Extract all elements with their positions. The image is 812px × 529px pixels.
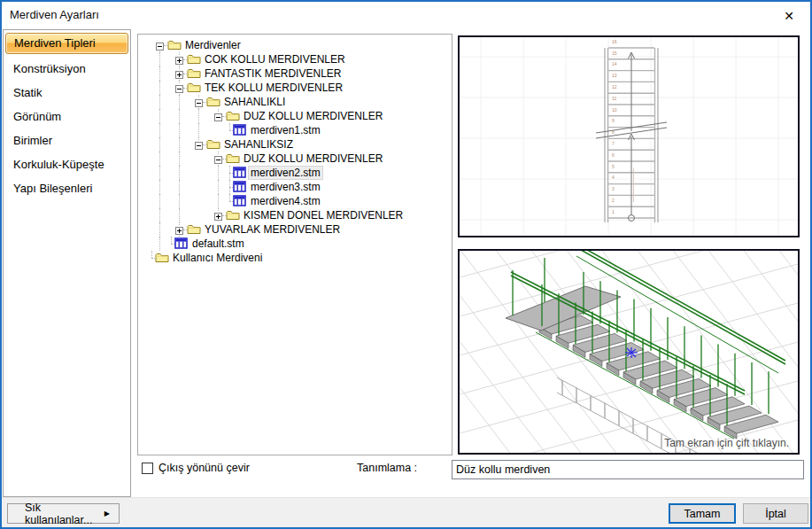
tree-row[interactable]: Merdivenler	[138, 38, 452, 52]
tree-guide-line	[218, 194, 219, 208]
model-preview-panel[interactable]: Tam ekran için çift tıklayın.	[458, 249, 800, 455]
tree-guide-line	[159, 52, 160, 66]
close-icon[interactable]: ✕	[777, 6, 800, 26]
tree-guide-line	[179, 180, 180, 194]
reverse-exit-checkbox[interactable]	[142, 463, 153, 474]
stair-file-icon	[174, 237, 188, 252]
tree-guide-line	[179, 194, 180, 208]
reverse-exit-label: Çıkış yönünü çevir	[159, 462, 250, 474]
arrow-right-icon: ▶	[104, 510, 110, 517]
svg-text:3: 3	[612, 186, 615, 191]
sidebar-item-statik[interactable]: Statik	[4, 81, 130, 105]
model-preview-drawing	[460, 251, 798, 453]
tree-row[interactable]: YUVARLAK MERDIVENLER	[138, 222, 452, 237]
favorites-button[interactable]: Sık kullanılanlar... ▶	[7, 503, 120, 524]
collapse-icon[interactable]	[156, 41, 164, 49]
tree-item-label[interactable]: merdiven3.stm	[249, 181, 322, 193]
tree-guide-line	[159, 222, 160, 237]
cancel-button[interactable]: İptal	[743, 503, 808, 524]
tree-guide-line	[218, 166, 219, 180]
stair-file-icon	[233, 195, 246, 209]
tree-row[interactable]: Kullanıcı Merdiveni	[138, 251, 452, 265]
tree-item-label[interactable]: COK KOLLU MERDIVENLER	[203, 53, 347, 66]
tree-row[interactable]: DUZ KOLLU MERDIVENLER	[138, 109, 452, 123]
ok-button[interactable]: Tamam	[669, 503, 736, 524]
collapse-icon[interactable]	[195, 140, 203, 148]
svg-text:16: 16	[612, 39, 617, 44]
tree-guide-line	[159, 152, 160, 166]
dialog-title: Merdiven Ayarları	[10, 8, 99, 21]
stair-file-icon	[233, 181, 246, 195]
collapse-icon[interactable]	[195, 97, 203, 105]
tree-item-label[interactable]: Merdivenler	[183, 39, 243, 51]
svg-text:6: 6	[612, 152, 615, 158]
tree-row[interactable]: DUZ KOLLU MERDIVENLER	[138, 152, 452, 166]
plan-preview-panel[interactable]: 12345678910111213141516	[458, 35, 800, 237]
svg-text:14: 14	[612, 61, 617, 66]
expand-icon[interactable]	[175, 55, 183, 63]
tree-row[interactable]: default.stm	[138, 237, 452, 251]
tree-row[interactable]: merdiven2.stm	[138, 166, 452, 180]
svg-text:7: 7	[612, 141, 615, 146]
tree-item-label[interactable]: default.stm	[190, 237, 246, 250]
tree-item-label[interactable]: DUZ KOLLU MERDIVENLER	[242, 152, 384, 165]
tree-row[interactable]: TEK KOLLU MERDIVENLER	[138, 81, 452, 95]
tree-item-label[interactable]: DUZ KOLLU MERDIVENLER	[242, 110, 384, 122]
svg-text:11: 11	[612, 96, 616, 101]
sidebar-item-konstr-ksiyon[interactable]: Konstrüksiyon	[4, 57, 130, 81]
tree-item-label[interactable]: SAHANLIKSIZ	[222, 138, 295, 151]
folder-icon	[167, 39, 182, 53]
stair-file-icon	[233, 167, 246, 181]
tree-item-label[interactable]: KISMEN DONEL MERDIVENLER	[242, 209, 405, 222]
collapse-icon[interactable]	[214, 154, 222, 162]
sidebar-item-yap-bile-enleri[interactable]: Yapı Bileşenleri	[4, 176, 130, 200]
expand-icon[interactable]	[214, 211, 222, 219]
stair-file-icon	[233, 124, 246, 138]
tree-item-label[interactable]: merdiven2.stm	[249, 167, 322, 179]
stair-tree: MerdivenlerCOK KOLLU MERDIVENLERFANTASTI…	[137, 34, 452, 455]
footer: Sık kullanılanlar... ▶ Tamam İptal	[2, 497, 810, 527]
expand-icon[interactable]	[175, 225, 183, 233]
plan-grid	[460, 37, 798, 236]
folder-icon	[226, 209, 240, 223]
expand-icon[interactable]	[175, 69, 183, 77]
svg-text:12: 12	[612, 84, 617, 89]
tree-item-label[interactable]: FANTASTIK MERDIVENLER	[203, 67, 343, 80]
tree-item-label[interactable]: TEK KOLLU MERDIVENLER	[203, 82, 344, 94]
tree-row[interactable]: merdiven3.stm	[138, 180, 452, 194]
sidebar-item-g-r-n-m[interactable]: Görünüm	[4, 105, 130, 128]
tree-item-label[interactable]: merdiven1.stm	[249, 124, 322, 136]
folder-icon	[187, 82, 201, 96]
tree-connector	[151, 251, 152, 258]
sidebar-item-korkuluk-k-pe-te[interactable]: Korkuluk-Küpeşte	[4, 152, 130, 176]
tree-guide-line	[179, 208, 180, 222]
sidebar-item-merdiven-tipleri[interactable]: Merdiven Tipleri	[5, 33, 128, 54]
sidebar-item-birimler[interactable]: Birimler	[4, 128, 130, 152]
tree-item-label[interactable]: SAHANLIKLI	[222, 96, 287, 108]
tree-guide-line	[159, 123, 160, 137]
collapse-icon[interactable]	[175, 83, 183, 91]
folder-icon	[206, 138, 220, 152]
tree-item-label[interactable]: YUVARLAK MERDIVENLER	[203, 223, 342, 236]
tree-row[interactable]: COK KOLLU MERDIVENLER	[138, 52, 452, 66]
svg-text:15: 15	[612, 51, 617, 56]
tree-row[interactable]: merdiven4.stm	[138, 194, 452, 208]
folder-icon	[187, 53, 201, 67]
tree-row[interactable]: SAHANLIKLI	[138, 95, 452, 109]
description-input[interactable]	[452, 460, 804, 479]
plan-preview-drawing: 12345678910111213141516	[460, 37, 798, 236]
tree-row[interactable]: KISMEN DONEL MERDIVENLER	[138, 208, 452, 222]
tree-row[interactable]: FANTASTIK MERDIVENLER	[138, 66, 452, 81]
tree-guide-line	[198, 109, 199, 123]
tree-item-label[interactable]: Kullanıcı Merdiveni	[171, 252, 264, 264]
tree-guide-line	[218, 180, 219, 194]
folder-icon	[187, 223, 201, 237]
tree-guide-line	[159, 237, 160, 251]
tree-item-label[interactable]: merdiven4.stm	[249, 195, 322, 207]
tree-row[interactable]: SAHANLIKSIZ	[138, 137, 452, 152]
svg-text:9: 9	[612, 118, 615, 123]
svg-text:5: 5	[612, 164, 615, 169]
tree-row[interactable]: merdiven1.stm	[138, 123, 452, 137]
svg-text:13: 13	[612, 73, 617, 78]
collapse-icon[interactable]	[214, 112, 222, 120]
